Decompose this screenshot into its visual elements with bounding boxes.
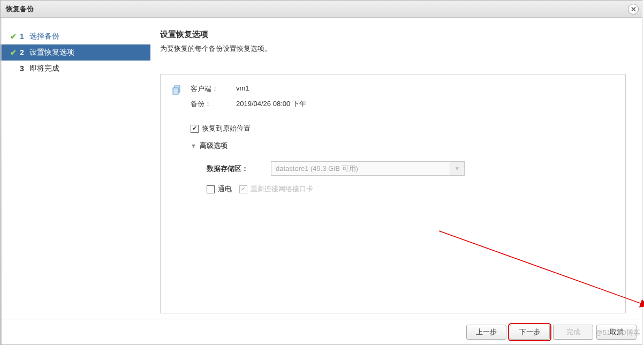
step-number: 2: [20, 48, 29, 57]
datastore-select: datastore1 (49.3 GiB 可用): [271, 161, 450, 176]
power-on-label: 通电: [218, 184, 232, 194]
datastore-value: datastore1 (49.3 GiB 可用): [276, 164, 358, 174]
step-number: 3: [20, 64, 29, 73]
page-subtitle: 为要恢复的每个备份设置恢复选项。: [160, 44, 626, 54]
advanced-toggle[interactable]: ▼ 高级选项: [191, 141, 613, 151]
dialog-title: 恢复备份: [6, 4, 34, 14]
restore-original-label: 恢复到原始位置: [202, 124, 251, 133]
datastore-label: 数据存储区：: [207, 164, 271, 174]
client-label: 客户端：: [191, 84, 236, 94]
dropdown-arrow-icon: ▼: [450, 161, 465, 176]
svg-rect-1: [173, 88, 178, 94]
wizard-steps: ✔ 1 选择备份 ✔ 2 设置恢复选项 ✔ 3 即将完成: [1, 18, 150, 319]
content-area: 设置恢复选项 为要恢复的每个备份设置恢复选项。 客户端： vm1: [150, 18, 642, 319]
close-icon: ✕: [631, 6, 637, 13]
back-button[interactable]: 上一步: [466, 325, 506, 340]
chevron-down-icon: ▼: [191, 142, 196, 149]
annotation-arrow: [434, 226, 644, 311]
check-icon: ✔: [10, 32, 20, 41]
step-label: 设置恢复选项: [29, 48, 74, 57]
step-select-backup[interactable]: ✔ 1 选择备份: [1, 28, 150, 44]
next-button[interactable]: 下一步: [510, 325, 550, 340]
check-icon: ✔: [10, 48, 20, 57]
left-shadow: [1, 18, 2, 344]
page-title: 设置恢复选项: [160, 29, 626, 40]
step-label: 选择备份: [29, 32, 59, 41]
finish-button: 完成: [553, 325, 593, 340]
step-label: 即将完成: [29, 64, 59, 73]
footer-buttons: 上一步 下一步 完成 取消: [1, 319, 642, 344]
options-panel: 客户端： vm1 备份： 2019/04/26 08:00 下午 恢复到原始位置: [160, 74, 626, 313]
backup-value: 2019/04/26 08:00 下午: [236, 99, 306, 109]
advanced-label: 高级选项: [200, 141, 228, 151]
watermark: @51CTO博客: [595, 328, 641, 338]
reconnect-nic-checkbox: [239, 185, 247, 193]
reconnect-nic-label: 重新连接网络接口卡: [251, 184, 313, 194]
vm-icon: [172, 84, 184, 114]
close-button[interactable]: ✕: [628, 4, 639, 14]
step-finish[interactable]: ✔ 3 即将完成: [1, 61, 150, 77]
client-value: vm1: [236, 84, 249, 94]
step-set-options[interactable]: ✔ 2 设置恢复选项: [1, 44, 150, 61]
restore-original-checkbox[interactable]: [191, 125, 199, 133]
step-number: 1: [20, 32, 29, 41]
power-on-checkbox[interactable]: [207, 185, 215, 193]
backup-label: 备份：: [191, 99, 236, 109]
title-bar: 恢复备份 ✕: [1, 1, 642, 18]
svg-line-2: [439, 231, 644, 306]
